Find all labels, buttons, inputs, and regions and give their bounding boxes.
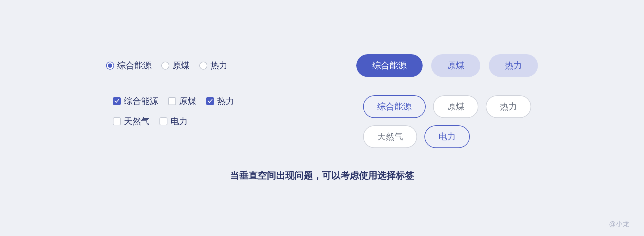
checkbox-box-reli — [206, 97, 214, 105]
checkbox-row-1: 综合能源 原煤 热力 — [113, 95, 234, 107]
radio-item-reli[interactable]: 热力 — [199, 60, 228, 71]
checkbox-box-tianranqi — [113, 117, 121, 125]
tag-group-1: 综合能源 原煤 热力 — [356, 54, 538, 77]
tag-group-2: 综合能源 原煤 热力 天然气 电力 — [363, 95, 531, 148]
watermark: @小龙 — [609, 219, 629, 229]
tag-outlined-selected-zonghe[interactable]: 综合能源 — [363, 95, 426, 118]
tag-group-2-row-1: 综合能源 原煤 热力 — [363, 95, 531, 118]
radio-item-yuanmei[interactable]: 原煤 — [161, 60, 190, 71]
checkbox-label-dianli: 电力 — [171, 116, 188, 127]
tag-group-2-row-2: 天然气 电力 — [363, 125, 531, 148]
checkbox-item-tianranqi[interactable]: 天然气 — [113, 116, 150, 127]
checkbox-item-yuanmei[interactable]: 原煤 — [168, 95, 196, 107]
tag-outlined-yuanmei[interactable]: 原煤 — [433, 95, 478, 118]
radio-item-zonghe[interactable]: 综合能源 — [106, 60, 151, 71]
tag-outlined-tianranqi[interactable]: 天然气 — [363, 125, 417, 148]
tag-outlined-active-dianli[interactable]: 电力 — [424, 125, 470, 148]
checkbox-box-dianli — [159, 117, 167, 125]
tag-light-yuanmei[interactable]: 原煤 — [431, 54, 480, 77]
middle-section: 综合能源 原煤 热力 天然气 — [113, 95, 531, 148]
main-container: 综合能源 原煤 热力 综合能源 原煤 热力 — [0, 0, 644, 236]
checkbox-item-reli[interactable]: 热力 — [206, 95, 234, 107]
checkbox-row-2: 天然气 电力 — [113, 116, 234, 127]
tag-filled-zonghe[interactable]: 综合能源 — [356, 54, 423, 77]
radio-circle-yuanmei — [161, 62, 169, 70]
checkbox-box-yuanmei — [168, 97, 176, 105]
tag-outlined-reli[interactable]: 热力 — [486, 95, 531, 118]
radio-label-yuanmei: 原煤 — [172, 60, 190, 71]
checkbox-item-zonghe[interactable]: 综合能源 — [113, 95, 158, 107]
checkbox-item-dianli[interactable]: 电力 — [159, 116, 188, 127]
radio-circle-zonghe — [106, 62, 114, 70]
checkbox-label-yuanmei: 原煤 — [179, 95, 196, 107]
checkbox-box-zonghe — [113, 97, 121, 105]
checkbox-label-reli: 热力 — [217, 95, 234, 107]
checkbox-label-tianranqi: 天然气 — [124, 116, 150, 127]
top-section: 综合能源 原煤 热力 综合能源 原煤 热力 — [106, 54, 538, 77]
checkbox-label-zonghe: 综合能源 — [124, 95, 158, 107]
bottom-text: 当垂直空间出现问题，可以考虑使用选择标签 — [230, 169, 414, 182]
radio-circle-reli — [199, 62, 207, 70]
radio-label-reli: 热力 — [210, 60, 228, 71]
radio-group: 综合能源 原煤 热力 — [106, 60, 228, 71]
tag-light-reli[interactable]: 热力 — [489, 54, 538, 77]
radio-label-zonghe: 综合能源 — [117, 60, 151, 71]
checkbox-group: 综合能源 原煤 热力 天然气 — [113, 95, 234, 127]
